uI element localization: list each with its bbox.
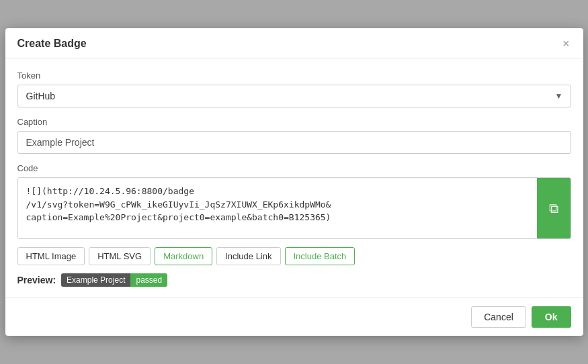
caption-label: Caption xyxy=(17,117,571,127)
token-label: Token xyxy=(17,71,571,81)
toggle-include-link[interactable]: Include Link xyxy=(216,247,280,265)
ok-button[interactable]: Ok xyxy=(532,306,571,328)
token-select-wrapper: GitHub GitLab Bitbucket ▼ xyxy=(17,85,571,107)
dialog-title: Create Badge xyxy=(17,38,87,50)
copy-icon: ⧉ xyxy=(549,201,558,216)
token-select[interactable]: GitHub GitLab Bitbucket xyxy=(17,85,571,107)
create-badge-dialog: Create Badge × Token GitHub GitLab Bitbu… xyxy=(5,28,583,336)
dialog-footer: Cancel Ok xyxy=(5,298,583,336)
dialog-header: Create Badge × xyxy=(5,28,583,58)
dialog-body: Token GitHub GitLab Bitbucket ▼ Caption … xyxy=(5,58,583,298)
toggle-group: HTML Image HTML SVG Markdown Include Lin… xyxy=(17,247,571,265)
cancel-button[interactable]: Cancel xyxy=(471,306,526,328)
badge-status: passed xyxy=(130,273,167,287)
close-button[interactable]: × xyxy=(561,38,571,50)
caption-input[interactable] xyxy=(17,131,571,154)
code-textarea[interactable]: ![](http://10.24.5.96:8800/badge /v1/svg… xyxy=(18,178,537,238)
caption-field-group: Caption xyxy=(17,117,571,154)
preview-row: Preview: Example Project passed xyxy=(17,273,571,287)
toggle-include-batch[interactable]: Include Batch xyxy=(285,247,355,265)
toggle-markdown[interactable]: Markdown xyxy=(155,247,212,265)
badge-name: Example Project xyxy=(61,273,130,287)
code-section: Code ![](http://10.24.5.96:8800/badge /v… xyxy=(17,163,571,239)
code-wrapper: ![](http://10.24.5.96:8800/badge /v1/svg… xyxy=(17,177,571,239)
toggle-html-svg[interactable]: HTML SVG xyxy=(89,247,151,265)
preview-label: Preview: xyxy=(17,275,56,285)
token-field-group: Token GitHub GitLab Bitbucket ▼ xyxy=(17,71,571,107)
toggle-html-image[interactable]: HTML Image xyxy=(17,247,85,265)
copy-button[interactable]: ⧉ xyxy=(537,178,571,238)
code-label: Code xyxy=(17,163,571,173)
badge-preview: Example Project passed xyxy=(61,273,167,287)
